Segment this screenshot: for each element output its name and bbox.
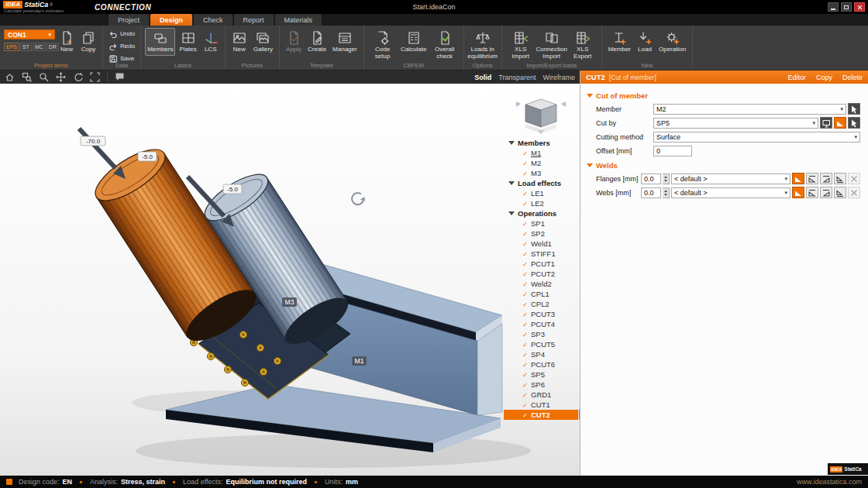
tree-item-m2[interactable]: ✓M2 <box>504 158 578 168</box>
scene-3d[interactable]: -70.0 -5.0 -5.0 M3 M1 <box>0 84 580 476</box>
tree-item-sp4[interactable]: ✓SP4 <box>504 349 578 359</box>
new-operation-button[interactable]: Operation <box>656 28 688 56</box>
viewport-3d[interactable]: -70.0 -5.0 -5.0 M3 M1 <box>0 84 580 476</box>
copy-operation-button[interactable]: Copy <box>816 74 832 81</box>
tree-item-pcut2[interactable]: ✓PCUT2 <box>504 269 578 279</box>
tree-item-pcut5[interactable]: ✓PCUT5 <box>504 339 578 349</box>
loads-in-equilibrium-button[interactable]: Loads in equilibrium <box>468 28 498 62</box>
tree-group-members[interactable]: Members <box>504 138 578 148</box>
tree-item-stiff1[interactable]: ✓STIFF1 <box>504 249 578 259</box>
web-weld-type-3-button[interactable] <box>834 187 846 198</box>
create-template-button[interactable]: Create <box>305 28 329 56</box>
check-icon[interactable]: ✓ <box>522 311 531 318</box>
gallery-button[interactable]: Gallery <box>251 28 275 56</box>
tree-item-cpl2[interactable]: ✓CPL2 <box>504 299 578 309</box>
undo-button[interactable]: Undo <box>107 29 136 40</box>
comment-icon[interactable] <box>115 72 125 82</box>
check-icon[interactable]: ✓ <box>522 381 531 389</box>
flange-weld-active-type-button[interactable] <box>792 173 804 184</box>
xls-import-button[interactable]: XLS Import <box>506 28 536 62</box>
tree-item-cpl1[interactable]: ✓CPL1 <box>504 289 578 299</box>
view-mode-transparent[interactable]: Transparent <box>498 74 536 81</box>
settings-grid-icon[interactable] <box>6 479 12 485</box>
check-icon[interactable]: ✓ <box>522 341 531 349</box>
tab-report[interactable]: Report <box>234 14 274 26</box>
collapse-icon[interactable] <box>508 181 515 185</box>
tab-design[interactable]: Design <box>150 14 192 26</box>
tree-item-m3[interactable]: ✓M3 <box>504 168 578 178</box>
pan-icon[interactable] <box>56 72 66 82</box>
flange-weld-type-3-button[interactable] <box>834 173 846 184</box>
check-icon[interactable]: ✓ <box>522 371 531 379</box>
check-icon[interactable]: ✓ <box>522 411 531 419</box>
check-icon[interactable]: ✓ <box>522 351 531 359</box>
code-setup-button[interactable]: Code setup <box>368 28 398 62</box>
tree-item-grd1[interactable]: ✓GRD1 <box>504 390 578 400</box>
new-load-button[interactable]: Load <box>635 28 655 56</box>
tab-materials[interactable]: Materials <box>275 14 322 26</box>
members-labels-button[interactable]: Members <box>145 28 175 56</box>
tree-item-pcut3[interactable]: ✓PCUT3 <box>504 309 578 319</box>
check-icon[interactable]: ✓ <box>522 290 531 298</box>
zoom-icon[interactable] <box>39 72 49 82</box>
check-icon[interactable]: ✓ <box>522 250 531 258</box>
check-icon[interactable]: ✓ <box>522 331 531 339</box>
new-project-item-button[interactable]: New <box>57 28 77 56</box>
tree-item-sp2[interactable]: ✓SP2 <box>504 229 578 239</box>
tree-item-pcut1[interactable]: ✓PCUT1 <box>504 259 578 269</box>
new-member-button[interactable]: Member <box>606 28 633 56</box>
rotate-view-icon[interactable] <box>73 72 83 82</box>
section-cut-of-member[interactable]: Cut of member <box>587 91 860 100</box>
web-weld-material-select[interactable]: < default > ▾ <box>671 187 790 198</box>
check-icon[interactable]: ✓ <box>522 401 531 409</box>
tree-item-cut1[interactable]: ✓CUT1 <box>504 400 578 410</box>
show-on-screen-button[interactable] <box>820 117 832 129</box>
mode-st-button[interactable]: ST <box>20 43 32 51</box>
web-weld-stepper[interactable] <box>663 187 670 198</box>
check-icon[interactable]: ✓ <box>522 240 531 248</box>
view-mode-wireframe[interactable]: Wireframe <box>542 74 575 81</box>
check-icon[interactable]: ✓ <box>522 149 531 157</box>
check-icon[interactable]: ✓ <box>522 170 531 177</box>
highlight-cut-button[interactable] <box>834 117 846 129</box>
check-icon[interactable]: ✓ <box>522 270 531 278</box>
flange-weld-stepper[interactable] <box>663 174 670 184</box>
flange-weld-size-input[interactable]: 0.0 <box>641 174 661 184</box>
tree-item-pcut6[interactable]: ✓PCUT6 <box>504 359 578 369</box>
check-icon[interactable]: ✓ <box>522 200 531 208</box>
redo-button[interactable]: Redo <box>107 41 136 52</box>
copy-project-item-button[interactable]: Copy <box>78 28 98 56</box>
zoom-window-icon[interactable] <box>22 72 32 82</box>
tree-group-load-effects[interactable]: Load effects <box>504 178 578 188</box>
check-icon[interactable]: ✓ <box>522 190 531 198</box>
check-icon[interactable]: ✓ <box>522 301 531 308</box>
view-mode-solid[interactable]: Solid <box>474 74 491 81</box>
pick-cut-entity-button[interactable] <box>848 117 860 129</box>
home-view-icon[interactable] <box>5 72 15 82</box>
tree-group-operations[interactable]: Operations <box>504 208 578 218</box>
check-icon[interactable]: ✓ <box>522 321 531 328</box>
tree-item-sp3[interactable]: ✓SP3 <box>504 329 578 339</box>
check-icon[interactable]: ✓ <box>522 220 531 228</box>
tree-item-weld2[interactable]: ✓Weld2 <box>504 279 578 289</box>
connection-import-button[interactable]: Connection Import <box>537 28 567 62</box>
lcs-button[interactable]: LCS <box>201 28 221 56</box>
tree-item-pcut4[interactable]: ✓PCUT4 <box>504 319 578 329</box>
step-up-icon[interactable] <box>664 176 667 178</box>
new-picture-button[interactable]: New <box>229 28 250 56</box>
template-manager-button[interactable]: Manager <box>330 28 360 56</box>
section-welds[interactable]: Welds <box>587 161 860 170</box>
flange-weld-type-2-button[interactable] <box>820 173 832 184</box>
tree-item-sp6[interactable]: ✓SP6 <box>504 380 578 390</box>
overall-check-button[interactable]: Overall check <box>430 28 460 62</box>
flange-weld-type-4-button[interactable] <box>848 173 860 184</box>
plates-labels-button[interactable]: Plates <box>177 28 198 56</box>
project-item-selector[interactable]: CON1 ▾ <box>4 29 55 40</box>
check-icon[interactable]: ✓ <box>522 160 531 167</box>
flange-weld-type-1-button[interactable] <box>806 173 818 184</box>
tab-project[interactable]: Project <box>108 14 149 26</box>
website-link[interactable]: www.ideastatica.com <box>797 478 862 486</box>
web-weld-type-1-button[interactable] <box>806 187 818 198</box>
step-down-icon[interactable] <box>664 180 667 182</box>
step-down-icon[interactable] <box>664 194 667 196</box>
